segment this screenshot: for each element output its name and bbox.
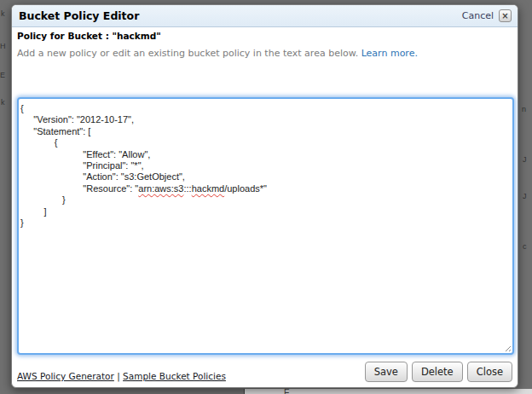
close-button[interactable]: Close	[467, 362, 512, 382]
policy-line: "Action": "s3:GetObject",	[20, 171, 511, 183]
sample-bucket-policies-link[interactable]: Sample Bucket Policies	[123, 371, 226, 381]
policy-textarea[interactable]: { "Version": "2012-10-17", "Statement": …	[17, 97, 514, 355]
policy-line: {	[20, 103, 511, 114]
resource-arn-misspelled: arn:aws:s3	[138, 183, 183, 194]
resource-colons: :::	[183, 183, 191, 194]
aws-policy-generator-link[interactable]: AWS Policy Generator	[17, 371, 114, 381]
delete-button[interactable]: Delete	[412, 362, 463, 382]
background-text-fragment: E	[284, 389, 290, 394]
background-text-fragment: H	[0, 43, 6, 50]
link-separator: |	[117, 371, 120, 381]
policy-line: "Principal": "*",	[20, 160, 511, 171]
dialog-title: Bucket Policy Editor	[19, 5, 139, 26]
cancel-link[interactable]: Cancel	[462, 5, 494, 26]
description-text: Add a new policy or edit an existing buc…	[17, 48, 358, 59]
policy-line: ]	[20, 206, 511, 217]
background-text-fragment: k	[1, 99, 5, 107]
policy-line: "Effect": "Allow",	[20, 149, 511, 160]
dialog-button-row: Save Delete Close	[365, 362, 512, 382]
dialog-description: Add a new policy or edit an existing buc…	[17, 48, 418, 59]
learn-more-link[interactable]: Learn more.	[361, 48, 418, 59]
background-text-fragment: J	[523, 193, 527, 200]
background-text-fragment: n	[522, 106, 526, 113]
screen: k H E k n J J c E Bucket Policy Editor C…	[0, 0, 532, 394]
resource-prefix: "Resource": "	[20, 183, 138, 194]
resource-suffix: /uploads*"	[224, 183, 267, 194]
background-text-fragment: c	[523, 243, 527, 251]
policy-line: {	[20, 137, 511, 148]
policy-line: "Version": "2012-10-17",	[20, 114, 511, 125]
background-text-fragment: E	[0, 72, 5, 79]
background-page-strip: E	[244, 389, 532, 394]
close-icon[interactable]: ×	[499, 9, 512, 22]
background-text-fragment: k	[1, 10, 5, 18]
textarea-resize-handle[interactable]	[503, 344, 511, 351]
policy-line: "Statement": [	[20, 126, 511, 137]
background-text-fragment: J	[523, 156, 527, 164]
save-button[interactable]: Save	[365, 362, 408, 382]
policy-line: }	[20, 217, 511, 229]
resource-bucket-misspelled: hackmd	[192, 183, 225, 194]
dialog-header: Bucket Policy Editor Cancel ×	[12, 5, 518, 27]
policy-line: }	[20, 194, 511, 206]
footer-links: AWS Policy Generator | Sample Bucket Pol…	[17, 371, 226, 381]
policy-bucket-subtitle: Policy for Bucket : "hackmd"	[17, 31, 161, 41]
bucket-policy-editor-dialog: Bucket Policy Editor Cancel × Policy for…	[11, 4, 518, 388]
policy-line-resource: "Resource": "arn:aws:s3:::hackmd/uploads…	[20, 183, 511, 194]
